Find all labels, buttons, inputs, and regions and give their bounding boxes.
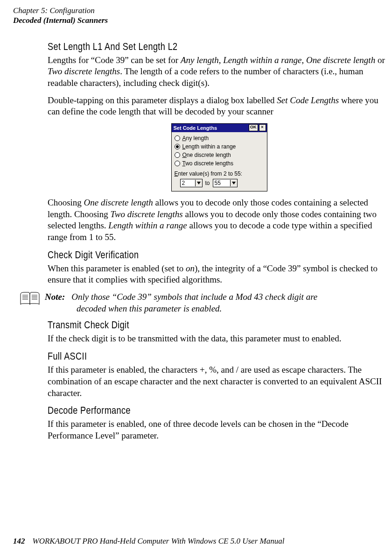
check-digit-para: When this parameter is enabled (set to o…: [48, 263, 391, 286]
chevron-down-icon: [195, 180, 202, 186]
heading-transmit-check-digit: Transmit Check Digit: [48, 319, 391, 331]
note-text: Note:Only those “Code 39” symbols that i…: [45, 291, 317, 314]
set-code-lengths-dialog: Set Code Lengths OK × Any length Length …: [171, 123, 267, 191]
radio-label: Length within a range: [182, 143, 236, 150]
radio-length-range[interactable]: Length within a range: [175, 143, 264, 150]
decode-performance-para: If this parameter is enabled, one of thr…: [48, 418, 391, 441]
ok-button[interactable]: OK: [249, 124, 258, 131]
svg-marker-1: [232, 182, 236, 184]
to-label: to: [205, 180, 210, 186]
chevron-down-icon: [230, 180, 237, 186]
radio-one-discrete[interactable]: One discrete length: [175, 152, 264, 158]
set-length-para-2: Double-tapping on this parameter display…: [48, 95, 391, 118]
set-length-para-3: Choosing One discrete length allows you …: [48, 197, 391, 243]
chapter-line: Chapter 5: Configuration: [13, 6, 392, 15]
dialog-body: Any length Length within a range One dis…: [172, 132, 267, 191]
page-footer: 142WORKABOUT PRO Hand-Held Computer With…: [13, 537, 284, 546]
footer-text: WORKABOUT PRO Hand-Held Computer With Wi…: [33, 537, 285, 545]
page-header: Chapter 5: Configuration Decoded (Intern…: [0, 6, 392, 26]
heading-decode-performance: Decode Performance: [48, 404, 391, 417]
radio-label: Any length: [182, 135, 209, 142]
radio-label: Two discrete lengths: [182, 160, 233, 167]
range-inputs: 2 to 55: [175, 179, 264, 187]
radio-icon: [175, 144, 180, 149]
book-icon: [20, 291, 40, 306]
radio-label: One discrete length: [182, 152, 231, 158]
dialog-title: Set Code Lengths: [173, 125, 248, 131]
heading-check-digit-verification: Check Digit Verification: [48, 249, 391, 261]
dialog-titlebar: Set Code Lengths OK ×: [172, 124, 267, 132]
note-block: Note:Only those “Code 39” symbols that i…: [20, 291, 391, 314]
section-line: Decoded (Internal) Scanners: [13, 15, 392, 25]
enter-values-label: Enter value(s) from 2 to 55:: [175, 170, 264, 177]
set-length-para-1: Lengths for “Code 39” can be set for Any…: [48, 55, 391, 89]
radio-any-length[interactable]: Any length: [175, 135, 264, 142]
close-button[interactable]: ×: [259, 124, 266, 131]
dialog-screenshot: Set Code Lengths OK × Any length Length …: [48, 123, 391, 191]
heading-set-length: Set Length L1 And Set Length L2: [48, 41, 391, 53]
to-select[interactable]: 55: [213, 179, 238, 187]
page-content: Set Length L1 And Set Length L2 Lengths …: [0, 26, 392, 442]
radio-icon: [175, 152, 180, 158]
manual-page: Chapter 5: Configuration Decoded (Intern…: [0, 0, 392, 559]
svg-marker-0: [197, 182, 201, 184]
page-number: 142: [13, 537, 33, 545]
radio-dot-icon: [176, 145, 179, 148]
heading-full-ascii: Full ASCII: [48, 350, 391, 362]
radio-two-discrete[interactable]: Two discrete lengths: [175, 160, 264, 167]
radio-icon: [175, 161, 180, 166]
full-ascii-para: If this parameter is enabled, the charac…: [48, 364, 391, 399]
radio-icon: [175, 135, 180, 141]
from-select[interactable]: 2: [180, 179, 203, 187]
transmit-check-digit-para: If the check digit is to be transmitted …: [48, 333, 391, 345]
